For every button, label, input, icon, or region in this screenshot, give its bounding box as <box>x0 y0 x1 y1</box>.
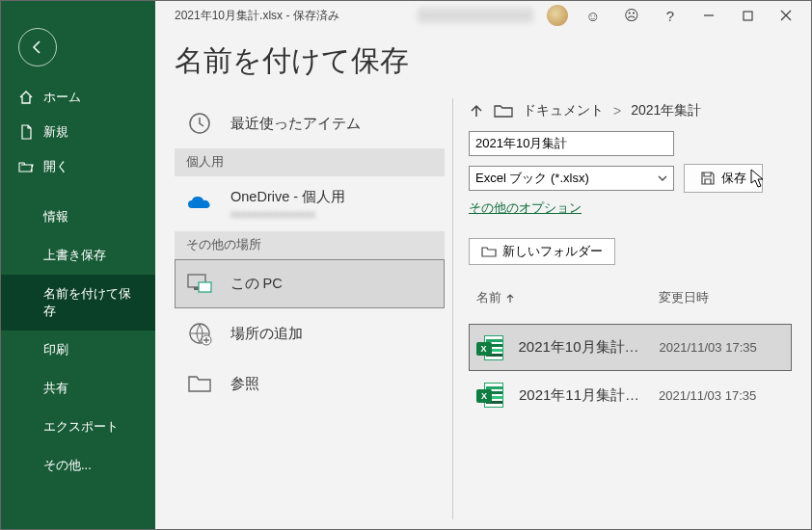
minimize-button[interactable] <box>691 2 726 29</box>
folder-open-icon <box>18 159 34 174</box>
svg-rect-1 <box>744 12 752 20</box>
section-personal: 個人用 <box>175 148 445 176</box>
breadcrumb[interactable]: ドキュメント > 2021年集計 <box>469 98 792 123</box>
svg-rect-5 <box>199 282 211 292</box>
sidebar: ホーム 新規 開く 情報 上書き保存 名前を付けて保存 印刷 共有 エクスポート… <box>1 1 155 529</box>
sidebar-item-export[interactable]: エクスポート <box>1 408 155 446</box>
file-row[interactable]: X 2021年10月集計… 2021/11/03 17:35 <box>469 324 792 371</box>
col-date-header[interactable]: 変更日時 <box>659 290 784 306</box>
clock-icon <box>186 110 213 137</box>
location-thispc[interactable]: この PC <box>175 259 445 308</box>
page-title: 名前を付けて保存 <box>155 30 811 98</box>
home-icon <box>18 90 34 105</box>
location-addplace[interactable]: 場所の追加 <box>175 308 445 358</box>
onedrive-icon <box>186 191 213 218</box>
file-date: 2021/11/03 17:35 <box>660 340 785 355</box>
sidebar-label: 開く <box>43 158 68 175</box>
folder-icon <box>494 103 513 119</box>
folder-icon <box>186 370 213 397</box>
sidebar-item-open[interactable]: 開く <box>1 149 155 184</box>
add-place-icon <box>186 320 213 347</box>
breadcrumb-folder[interactable]: ドキュメント <box>523 102 604 119</box>
location-label: OneDrive - 個人用 <box>230 188 345 206</box>
sidebar-label: ホーム <box>43 89 81 106</box>
save-label: 保存 <box>721 170 746 187</box>
sidebar-item-new[interactable]: 新規 <box>1 115 155 149</box>
filetype-select[interactable]: Excel ブック (*.xlsx) <box>469 166 674 191</box>
back-button[interactable] <box>18 28 57 66</box>
excel-file-icon: X <box>476 333 505 362</box>
sidebar-label: 新規 <box>43 123 68 141</box>
sidebar-item-save[interactable]: 上書き保存 <box>1 236 155 275</box>
more-options-link[interactable]: その他のオプション <box>469 200 792 217</box>
sidebar-item-saveas[interactable]: 名前を付けて保存 <box>1 275 155 331</box>
maximize-button[interactable] <box>730 2 765 29</box>
pc-icon <box>186 271 213 298</box>
sort-asc-icon <box>505 294 515 304</box>
location-recent[interactable]: 最近使ったアイテム <box>175 98 445 148</box>
file-icon <box>18 124 34 140</box>
sidebar-item-share[interactable]: 共有 <box>1 369 155 408</box>
breadcrumb-sep: > <box>613 103 621 119</box>
file-row[interactable]: X 2021年11月集計… 2021/11/03 17:35 <box>469 371 792 419</box>
titlebar-filename: 2021年10月集計.xlsx - 保存済み <box>175 8 339 24</box>
sidebar-item-info[interactable]: 情報 <box>1 198 155 236</box>
col-name-header[interactable]: 名前 <box>476 290 659 306</box>
save-panel: ドキュメント > 2021年集計 Excel ブック (*.xlsx) 保存 <box>469 98 811 519</box>
location-browse[interactable]: 参照 <box>175 358 445 409</box>
filetype-label: Excel ブック (*.xlsx) <box>475 170 589 187</box>
new-folder-button[interactable]: 新しいフォルダー <box>469 238 615 265</box>
back-arrow-icon <box>30 40 45 55</box>
titlebar: 2021年10月集計.xlsx - 保存済み ☺ ☹ ? <box>155 1 811 30</box>
divider <box>452 98 453 519</box>
file-name: 2021年11月集計… <box>519 386 645 405</box>
account-name-blurred <box>418 8 533 23</box>
excel-file-icon: X <box>476 381 505 410</box>
smile-icon[interactable]: ☺ <box>576 2 610 29</box>
avatar[interactable] <box>547 5 568 26</box>
close-button[interactable] <box>769 2 803 29</box>
location-label: 最近使ったアイテム <box>230 115 361 133</box>
new-folder-label: 新しいフォルダー <box>502 243 603 260</box>
file-list-header: 名前 変更日時 <box>469 273 792 316</box>
onedrive-account: xxxxxxxxxxxxxxxx <box>230 208 345 220</box>
section-other: その他の場所 <box>175 231 445 259</box>
sidebar-item-home[interactable]: ホーム <box>1 80 155 115</box>
breadcrumb-current[interactable]: 2021年集計 <box>631 102 701 119</box>
save-icon <box>700 171 716 186</box>
sidebar-item-other[interactable]: その他... <box>1 446 155 485</box>
file-list: X 2021年10月集計… 2021/11/03 17:35 X 2021年11… <box>469 324 792 419</box>
location-onedrive[interactable]: OneDrive - 個人用 xxxxxxxxxxxxxxxx <box>175 176 445 231</box>
up-arrow-icon[interactable] <box>469 103 484 119</box>
location-label: 参照 <box>230 375 259 393</box>
chevron-down-icon <box>658 175 667 181</box>
sidebar-item-print[interactable]: 印刷 <box>1 331 155 369</box>
filename-input[interactable] <box>469 131 674 156</box>
location-label: 場所の追加 <box>230 325 303 343</box>
locations-list: 最近使ったアイテム 個人用 OneDrive - 個人用 xxxxxxxxxxx… <box>155 98 445 519</box>
save-button[interactable]: 保存 <box>684 164 763 193</box>
frown-icon[interactable]: ☹ <box>614 2 649 29</box>
location-label: この PC <box>230 275 283 293</box>
file-date: 2021/11/03 17:35 <box>659 388 784 403</box>
file-name: 2021年10月集計… <box>519 338 646 357</box>
new-folder-icon <box>481 245 497 258</box>
help-icon[interactable]: ? <box>653 2 688 29</box>
main: 2021年10月集計.xlsx - 保存済み ☺ ☹ ? 名前を付けて保存 <box>155 1 811 529</box>
